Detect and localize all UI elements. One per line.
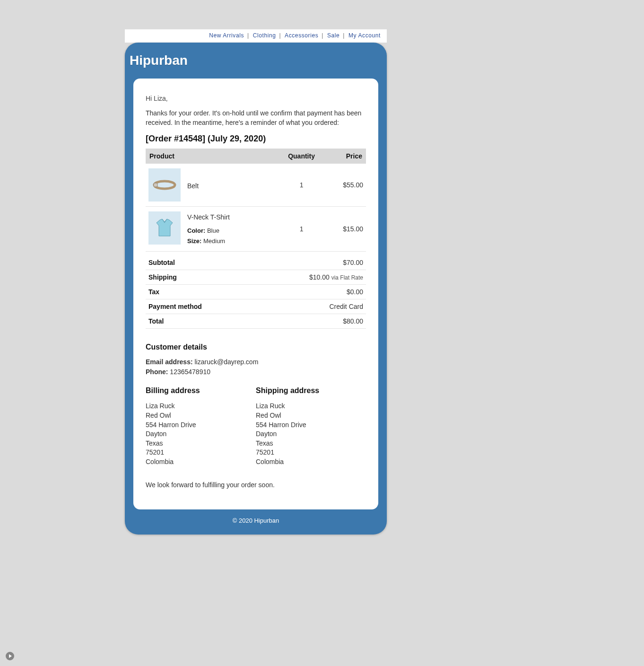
addr-line: Colombia [256, 457, 366, 467]
product-image-belt-icon [148, 168, 181, 202]
nav-sale[interactable]: Sale [327, 32, 339, 39]
tax-value: $0.00 [255, 285, 366, 299]
billing-address: Billing address Liza Ruck Red Owl 554 Ha… [146, 380, 256, 466]
product-name: Belt [187, 180, 199, 190]
nav-separator: | [279, 32, 281, 39]
order-table: Product Quantity Price [146, 149, 366, 252]
nav-accessories[interactable]: Accessories [285, 32, 318, 39]
nav-my-account[interactable]: My Account [348, 32, 381, 39]
footer-text: © 2020 Hipurban [125, 509, 387, 535]
addr-line: Liza Ruck [146, 402, 256, 411]
product-image-tshirt-icon [148, 211, 181, 245]
addr-line: Texas [146, 439, 256, 448]
nav-separator: | [247, 32, 249, 39]
shipping-label: Shipping [146, 270, 255, 285]
payment-method-label: Payment method [146, 299, 255, 314]
payment-method-value: Credit Card [255, 299, 366, 314]
addr-line: Dayton [256, 429, 366, 439]
nav-separator: | [343, 32, 345, 39]
customer-email: Email address: lizaruck@dayrep.com [146, 357, 366, 367]
svg-rect-1 [154, 183, 157, 187]
product-name: V-Neck T-Shirt [187, 211, 230, 221]
product-price: $15.00 [327, 207, 366, 252]
content-card: Hi Liza, Thanks for your order. It's on-… [133, 79, 378, 509]
totals-table: Subtotal $70.00 Shipping $10.00 via Flat… [146, 255, 366, 329]
shipping-address: Shipping address Liza Ruck Red Owl 554 H… [256, 380, 366, 466]
addr-line: 75201 [256, 448, 366, 457]
tax-label: Tax [146, 285, 255, 299]
nav-separator: | [322, 32, 323, 39]
table-row: Belt 1 $55.00 [146, 164, 366, 207]
greeting: Hi Liza, [146, 95, 366, 102]
product-price: $55.00 [327, 164, 366, 207]
table-row: V-Neck T-Shirt Color: Blue Size: Medium … [146, 207, 366, 252]
col-quantity: Quantity [276, 149, 327, 164]
order-heading: [Order #14548] (July 29, 2020) [146, 134, 366, 144]
intro-text: Thanks for your order. It's on-hold unti… [146, 109, 366, 127]
subtotal-label: Subtotal [146, 255, 255, 270]
shipping-heading: Shipping address [256, 386, 366, 395]
subtotal-value: $70.00 [255, 255, 366, 270]
addr-line: 554 Harron Drive [256, 421, 366, 430]
customer-phone: Phone: 12365478910 [146, 367, 366, 377]
nav-new-arrivals[interactable]: New Arrivals [209, 32, 244, 39]
addr-line: 75201 [146, 448, 256, 457]
total-value: $80.00 [255, 314, 366, 329]
total-label: Total [146, 314, 255, 329]
addr-line: Liza Ruck [256, 402, 366, 411]
customer-details-heading: Customer details [146, 343, 366, 351]
product-qty: 1 [276, 164, 327, 207]
addr-line: Texas [256, 439, 366, 448]
brand-title: Hipurban [125, 43, 387, 79]
billing-heading: Billing address [146, 386, 256, 395]
addr-line: 554 Harron Drive [146, 421, 256, 430]
email-envelope: New Arrivals | Clothing | Accessories | … [125, 29, 387, 535]
email-container: Hipurban Hi Liza, Thanks for your order.… [125, 43, 387, 535]
col-price: Price [327, 149, 366, 164]
nav-clothing[interactable]: Clothing [253, 32, 276, 39]
shipping-value: $10.00 via Flat Rate [255, 270, 366, 285]
top-nav: New Arrivals | Clothing | Accessories | … [125, 29, 387, 43]
addr-line: Dayton [146, 429, 256, 439]
closing-text: We look forward to fulfilling your order… [146, 481, 366, 489]
product-option: Size: Medium [187, 236, 230, 246]
play-icon[interactable] [6, 652, 14, 660]
product-qty: 1 [276, 207, 327, 252]
product-option: Color: Blue [187, 226, 230, 236]
col-product: Product [146, 149, 276, 164]
addr-line: Red Owl [256, 411, 366, 421]
addr-line: Colombia [146, 457, 256, 467]
addr-line: Red Owl [146, 411, 256, 421]
